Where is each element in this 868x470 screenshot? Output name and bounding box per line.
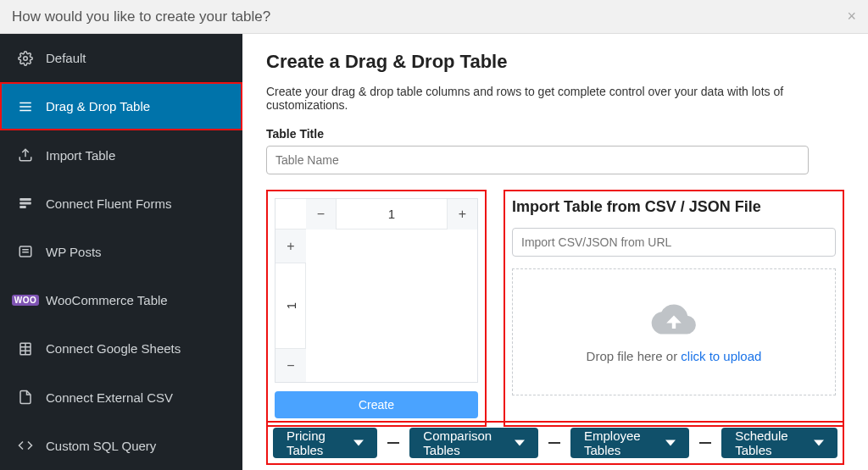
grid-builder-panel: − 1 + + 1 − Create (266, 190, 487, 427)
row-decrement-button[interactable]: − (275, 348, 306, 382)
sidebar-item-label: Connect Google Sheets (46, 341, 181, 356)
sidebar-item-label: WP Posts (46, 245, 102, 259)
posts-icon (17, 243, 34, 260)
tab-label: Employee Tables (584, 429, 659, 457)
sheets-icon (17, 340, 34, 357)
import-panel: Import Table from CSV / JSON File Drop f… (504, 190, 844, 427)
sidebar-item-fluent-forms[interactable]: Connect Fluent Forms (0, 180, 242, 228)
table-title-input[interactable] (266, 146, 809, 174)
sidebar-item-wp-posts[interactable]: WP Posts (0, 228, 242, 276)
modal-title: How would you like to create your table? (12, 8, 270, 25)
modal-body: Default Drag & Drop Table Import Table C… (0, 34, 868, 470)
sidebar-item-label: Connect External CSV (46, 390, 173, 405)
builder-row: − 1 + + 1 − Create (266, 190, 844, 427)
svg-rect-7 (19, 206, 26, 208)
sidebar-item-label: Custom SQL Query (46, 439, 156, 453)
page-description: Create your drag & drop table columns an… (266, 85, 844, 112)
sidebar-item-label: Connect Fluent Forms (46, 196, 171, 211)
sidebar-item-drag-drop[interactable]: Drag & Drop Table (0, 82, 242, 130)
col-controls: − 1 + (275, 199, 477, 229)
tab-employee[interactable]: Employee Tables (570, 428, 689, 458)
modal-header: How would you like to create your table?… (0, 0, 868, 34)
dropzone-text: Drop file here or click to upload (587, 349, 762, 363)
woo-icon: WOO (17, 292, 34, 309)
svg-point-0 (24, 56, 28, 60)
sidebar-item-import[interactable]: Import Table (0, 130, 242, 179)
chevron-down-icon (665, 438, 676, 448)
file-dropzone[interactable]: Drop file here or click to upload (512, 268, 836, 395)
modal-root: How would you like to create your table?… (0, 0, 868, 470)
tab-comparison[interactable]: Comparison Tables (409, 428, 538, 458)
sidebar-item-label: WooCommerce Table (46, 293, 168, 307)
col-increment-button[interactable]: + (447, 199, 477, 229)
grid-mid: + 1 − (275, 229, 477, 382)
chevron-down-icon (515, 438, 525, 448)
chevron-down-icon (353, 438, 364, 448)
sidebar-item-default[interactable]: Default (0, 34, 242, 82)
template-tabs-row: Pricing Tables Comparison Tables Employe… (266, 421, 844, 465)
cloud-upload-icon (650, 301, 698, 340)
tab-label: Pricing Tables (287, 429, 347, 457)
import-heading: Import Table from CSV / JSON File (512, 198, 836, 216)
import-url-input[interactable] (512, 228, 836, 257)
sidebar-item-sql[interactable]: Custom SQL Query (0, 422, 242, 470)
col-decrement-button[interactable]: − (306, 199, 337, 229)
sidebar-item-external-csv[interactable]: Connect External CSV (0, 373, 242, 422)
corner-spacer (275, 199, 306, 229)
gear-icon (17, 50, 34, 67)
drag-icon (17, 98, 34, 115)
csv-icon (17, 389, 34, 406)
sidebar-item-label: Default (46, 51, 86, 65)
tab-label: Schedule Tables (735, 429, 807, 457)
grid-builder: − 1 + + 1 − (275, 198, 478, 383)
form-icon (17, 195, 34, 212)
row-count: 1 (248, 291, 333, 321)
svg-rect-5 (19, 198, 31, 201)
sidebar-item-label: Drag & Drop Table (46, 99, 150, 113)
close-icon[interactable]: × (847, 8, 856, 25)
col-count: 1 (337, 199, 447, 229)
sidebar-item-woocommerce[interactable]: WOO WooCommerce Table (0, 276, 242, 324)
page-title: Create a Drag & Drop Table (266, 51, 844, 73)
sidebar-item-google-sheets[interactable]: Connect Google Sheets (0, 324, 242, 373)
tab-connector (548, 442, 560, 444)
table-title-label: Table Title (266, 127, 844, 141)
tab-schedule[interactable]: Schedule Tables (721, 428, 837, 458)
tab-label: Comparison Tables (423, 429, 508, 457)
sidebar-item-label: Import Table (46, 148, 115, 163)
create-button[interactable]: Create (275, 391, 478, 418)
svg-rect-6 (19, 202, 31, 205)
tab-connector (699, 442, 711, 444)
tab-connector (387, 442, 399, 444)
chevron-down-icon (814, 438, 824, 448)
tab-pricing[interactable]: Pricing Tables (273, 428, 377, 458)
row-controls: + 1 − (275, 229, 306, 382)
sidebar: Default Drag & Drop Table Import Table C… (0, 34, 242, 470)
content-area: Create a Drag & Drop Table Create your d… (242, 34, 868, 470)
code-icon (17, 437, 34, 454)
row-increment-button[interactable]: + (275, 229, 306, 263)
upload-icon (17, 147, 34, 163)
click-to-upload-link[interactable]: click to upload (681, 349, 761, 363)
